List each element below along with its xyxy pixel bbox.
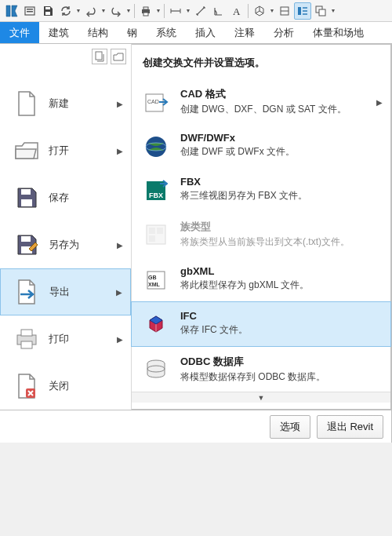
svg-line-11 — [197, 7, 205, 15]
open-icon[interactable] — [21, 2, 38, 20]
thin-lines-icon[interactable] — [294, 2, 311, 20]
export-item-dwf[interactable]: DWF/DWFx 创建 DWF 或 DWFx 文件。 — [132, 124, 390, 168]
tab-file[interactable]: 文件 — [0, 22, 39, 43]
item-title: CAD 格式 — [180, 87, 368, 101]
item-desc: 创建 DWG、DXF、DGN 或 SAT 文件。 — [180, 103, 368, 116]
item-desc: 将此模型保存为 gbXML 文件。 — [180, 279, 368, 292]
save-icon[interactable] — [39, 2, 56, 20]
close-hidden-icon[interactable] — [312, 2, 329, 20]
menu-label: 导出 — [49, 285, 70, 299]
tab-annotate[interactable]: 注释 — [225, 22, 264, 43]
options-button[interactable]: 选项 — [270, 415, 310, 439]
menu-footer: 选项 退出 Revit — [0, 410, 391, 443]
svg-rect-23 — [21, 199, 32, 206]
menu-item-close[interactable]: 关闭 — [0, 363, 131, 410]
svg-rect-28 — [21, 341, 32, 348]
dimension-angular-icon[interactable] — [210, 2, 227, 20]
dropdown-arrow-icon[interactable]: ▼ — [155, 8, 162, 13]
redo-icon[interactable] — [107, 2, 125, 20]
tab-architecture[interactable]: 建筑 — [39, 22, 78, 43]
tab-massing[interactable]: 体量和场地 — [303, 22, 373, 43]
export-item-odbc[interactable]: ODBC 数据库 将模型数据保存到 ODBC 数据库。 — [132, 347, 390, 392]
dropdown-arrow-icon[interactable]: ▼ — [185, 8, 191, 13]
default-3d-view-icon[interactable] — [251, 2, 268, 20]
menu-item-open[interactable]: 打开 ▶ — [0, 127, 131, 174]
sync-icon[interactable] — [57, 2, 74, 20]
export-item-gbxml[interactable]: GBXML gbXML 将此模型保存为 gbXML 文件。 — [132, 257, 390, 301]
export-submenu: 创建交换文件并设置选项。 CAD CAD 格式 创建 DWG、DXF、DGN 或… — [132, 44, 391, 410]
dropdown-arrow-icon[interactable]: ▼ — [75, 8, 82, 13]
dropdown-arrow-icon[interactable]: ▼ — [125, 8, 132, 13]
item-desc: 将族类型从当前族导出到文本(.txt)文件。 — [180, 235, 368, 249]
svg-rect-37 — [149, 228, 155, 234]
svg-rect-22 — [21, 189, 31, 195]
menu-label: 关闭 — [49, 379, 69, 393]
svg-rect-6 — [143, 7, 148, 9]
tab-insert[interactable]: 插入 — [186, 22, 225, 43]
submenu-arrow-icon: ▶ — [117, 100, 123, 108]
open-folder-icon — [14, 137, 39, 165]
menu-item-saveas[interactable]: 另存为 ▶ — [0, 221, 131, 268]
export-item-cad[interactable]: CAD CAD 格式 创建 DWG、DXF、DGN 或 SAT 文件。 ▶ — [132, 79, 390, 124]
submenu-arrow-icon: ▶ — [117, 335, 123, 344]
ribbon-tabs: 文件 建筑 结构 钢 系统 插入 注释 分析 体量和场地 — [0, 22, 392, 44]
saveas-disk-icon — [14, 231, 39, 259]
item-desc: 保存 IFC 文件。 — [180, 323, 368, 337]
dimension-aligned-icon[interactable] — [192, 2, 209, 20]
svg-point-32 — [146, 137, 166, 157]
svg-rect-1 — [27, 9, 33, 10]
item-title: IFC — [180, 310, 368, 322]
svg-rect-38 — [157, 228, 163, 234]
section-icon[interactable] — [276, 2, 293, 20]
export-item-fbx[interactable]: FBX FBX 将三维视图另存为 FBX 文件。 — [132, 168, 390, 212]
tab-systems[interactable]: 系统 — [147, 22, 186, 43]
svg-rect-21 — [96, 52, 102, 60]
tab-structure[interactable]: 结构 — [78, 22, 118, 43]
ifc-icon — [143, 312, 169, 338]
menu-label: 打开 — [49, 144, 69, 158]
svg-rect-2 — [27, 11, 33, 13]
odbc-database-icon — [143, 356, 169, 383]
cad-format-icon: CAD — [143, 89, 169, 115]
text-icon[interactable]: A — [228, 2, 245, 20]
menu-item-save[interactable]: 保存 — [0, 174, 131, 221]
dwf-globe-icon — [143, 133, 169, 160]
recent-documents-icon[interactable] — [92, 49, 107, 64]
printer-icon — [14, 325, 39, 353]
submenu-arrow-icon: ▶ — [116, 288, 122, 297]
undo-icon[interactable] — [82, 2, 100, 20]
open-documents-icon[interactable] — [111, 49, 126, 64]
submenu-arrow-icon: ▶ — [117, 147, 123, 155]
quick-access-toolbar: ▼ ▼ ▼ ▼ ▼ A ▼ ▼ — [0, 0, 392, 22]
item-desc: 将三维视图另存为 FBX 文件。 — [180, 189, 368, 202]
svg-rect-3 — [45, 7, 50, 9]
item-title: gbXML — [180, 265, 368, 277]
export-item-ifc[interactable]: IFC 保存 IFC 文件。 — [131, 301, 391, 347]
svg-rect-20 — [319, 9, 325, 16]
scroll-down-indicator[interactable]: ▼ — [132, 392, 390, 403]
print-icon[interactable] — [137, 2, 154, 20]
menu-item-new[interactable]: 新建 ▶ — [0, 80, 131, 127]
item-title: FBX — [180, 176, 368, 188]
svg-rect-27 — [21, 330, 32, 336]
svg-text:XML: XML — [148, 282, 161, 287]
family-types-icon — [143, 221, 169, 248]
menu-label: 新建 — [49, 97, 69, 111]
svg-text:CAD: CAD — [147, 99, 159, 104]
dropdown-arrow-icon[interactable]: ▼ — [330, 8, 336, 13]
menu-item-export[interactable]: 导出 ▶ — [0, 268, 131, 315]
dropdown-arrow-icon[interactable]: ▼ — [100, 8, 107, 13]
submenu-arrow-icon: ▶ — [117, 241, 123, 250]
item-title: ODBC 数据库 — [180, 355, 368, 369]
app-logo-icon[interactable] — [3, 2, 20, 20]
measure-icon[interactable] — [167, 2, 184, 20]
menu-label: 保存 — [49, 191, 69, 205]
item-title: DWF/DWFx — [180, 132, 368, 144]
tab-analyze[interactable]: 分析 — [264, 22, 303, 43]
menu-left-column: 新建 ▶ 打开 ▶ 保存 — [0, 44, 132, 410]
svg-text:FBX: FBX — [149, 191, 163, 199]
menu-item-print[interactable]: 打印 ▶ — [0, 315, 131, 363]
dropdown-arrow-icon[interactable]: ▼ — [269, 8, 275, 13]
exit-button[interactable]: 退出 Revit — [317, 415, 383, 439]
tab-steel[interactable]: 钢 — [118, 22, 147, 43]
